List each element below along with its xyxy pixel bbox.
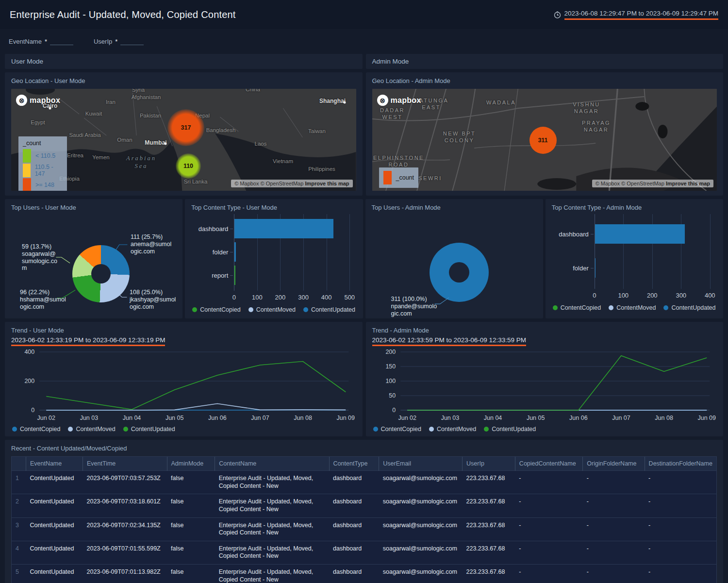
column-header-index[interactable] (12, 457, 26, 471)
bar-folder[interactable] (234, 242, 235, 262)
cell: 223.233.67.68 (463, 517, 515, 541)
count-bubble[interactable]: 317 (167, 109, 204, 146)
improve-this-map-link[interactable]: Improve this map (666, 181, 710, 186)
legend-dot (609, 305, 613, 310)
svg-text:200: 200 (385, 349, 396, 355)
trend-user-timerange[interactable]: 2023-06-02 12:33:19 PM to 2023-06-09 12:… (11, 336, 165, 346)
bar-dashboard[interactable] (234, 219, 333, 238)
donut-callout: 311 (100.0%) npande@sumolo gic.com (391, 296, 437, 317)
category-label: dashboard (199, 225, 228, 233)
legend-item-ContentMoved[interactable]: ContentMoved (609, 304, 656, 311)
improve-this-map-link[interactable]: Improve this map (305, 181, 349, 186)
map-attribution: © Mapbox © OpenStreetMap Improve this ma… (231, 180, 352, 187)
recent-table: EventNameEventTimeAdminModeContentNameCo… (12, 457, 716, 583)
count-bubble[interactable]: 110 (176, 153, 201, 179)
trend-admin-timerange[interactable]: 2023-06-02 12:33:59 PM to 2023-06-09 12:… (372, 336, 526, 346)
mapbox-wordmark: mapbox (391, 96, 421, 105)
legend-item-ContentUpdated[interactable]: ContentUpdated (663, 304, 715, 311)
legend-dot (68, 427, 73, 432)
legend-item-ContentUpdated[interactable]: ContentUpdated (303, 306, 355, 313)
column-header-ContentName[interactable]: ContentName (215, 457, 329, 471)
chart-legend: ContentCopiedContentMovedContentUpdated (373, 426, 718, 433)
svg-text:Jun 09: Jun 09 (336, 415, 355, 421)
table-row[interactable]: 3ContentUpdated2023-06-09T07:02:34.135Zf… (12, 517, 716, 541)
svg-text:Jun 09: Jun 09 (697, 415, 716, 421)
cell: - (515, 517, 582, 541)
cell: 2 (12, 494, 26, 517)
city-dot (165, 143, 167, 145)
svg-text:400: 400 (24, 349, 34, 355)
table-row[interactable]: 4ContentUpdated2023-06-09T07:01:55.599Zf… (12, 541, 716, 564)
donut-chart-top-users-admin: 311 (100.0%) npande@sumolo gic.com (372, 213, 537, 313)
column-header-EventTime[interactable]: EventTime (83, 457, 167, 471)
legend-name: ContentCopied (20, 426, 60, 433)
donut[interactable] (430, 243, 489, 302)
map-legend: _count< 110.5110.5 - 147>= 148 (18, 136, 67, 191)
column-header-UserEmail[interactable]: UserEmail (379, 457, 463, 471)
cell: - (645, 517, 716, 541)
svg-text:Jun 02: Jun 02 (398, 415, 416, 421)
svg-text:200: 200 (24, 378, 34, 384)
table-row[interactable]: 1ContentUpdated2023-06-09T07:03:57.253Zf… (12, 471, 716, 494)
donut[interactable] (72, 245, 130, 302)
section-header-user-mode: User Mode (5, 54, 363, 69)
legend-item-ContentUpdated[interactable]: ContentUpdated (123, 426, 175, 433)
legend-swatch (23, 149, 31, 163)
count-bubble[interactable]: 311 (529, 127, 557, 154)
column-header-OriginFolderName[interactable]: OriginFolderName (583, 457, 645, 471)
bar-dashboard[interactable] (595, 224, 685, 244)
legend-item-ContentMoved[interactable]: ContentMoved (248, 306, 296, 313)
bar-report[interactable] (234, 266, 235, 285)
column-header-EventName[interactable]: EventName (26, 457, 83, 471)
clock-icon (554, 11, 561, 18)
map-legend-item: _count (383, 171, 414, 184)
column-header-AdminMode[interactable]: AdminMode (167, 457, 215, 471)
map-user-mode[interactable]: ChinaSyriaIranAfghanistanCairoEgyptKuwai… (11, 89, 356, 191)
legend-name: ContentUpdated (671, 304, 715, 311)
x-axis-tick: 300 (676, 292, 686, 299)
svg-text:Jun 07: Jun 07 (251, 415, 269, 421)
filter-userip: UserIp * (94, 37, 144, 45)
legend-item-ContentUpdated[interactable]: ContentUpdated (484, 426, 536, 433)
bar-chart-top-content-user: 0100200300400500dashboardfolderreportCon… (191, 214, 356, 314)
mapbox-logo[interactable]: ⊗mapbox (377, 95, 421, 106)
cell: false (167, 541, 215, 564)
filter-eventname-input[interactable] (50, 37, 73, 45)
legend-item-ContentCopied[interactable]: ContentCopied (373, 426, 421, 433)
x-axis-tick: 100 (252, 294, 263, 301)
legend-item-ContentCopied[interactable]: ContentCopied (553, 304, 601, 311)
panel-title: Geo Location - Admin Mode (372, 77, 717, 84)
table-row[interactable]: 2ContentUpdated2023-06-09T07:03:18.601Zf… (12, 494, 716, 517)
cell: ContentUpdated (26, 471, 83, 494)
cell: - (645, 565, 716, 583)
column-header-UserIp[interactable]: UserIp (463, 457, 515, 471)
donut-callout: 96 (22.2%) hsharma@sumol ogic.com (20, 289, 66, 310)
x-axis-tick: 200 (647, 292, 658, 299)
map-legend-title: _count (23, 140, 63, 147)
time-range[interactable]: 2023-06-08 12:29:47 PM to 2023-06-09 12:… (554, 10, 718, 20)
panel-top-users-user: Top Users - User Mode 111 (25.7%) anema@… (5, 199, 182, 318)
column-header-DestinationFolderName[interactable]: DestinationFolderName (645, 457, 716, 471)
filter-userip-input[interactable] (120, 37, 144, 45)
panel-title: Top Users - Admin Mode (372, 204, 537, 211)
legend-name: ContentCopied (561, 304, 601, 311)
filter-eventname: EventName * (9, 37, 73, 45)
legend-item-ContentMoved[interactable]: ContentMoved (68, 426, 115, 433)
svg-text:0: 0 (31, 407, 34, 414)
cell: 2023-06-09T07:01:13.982Z (83, 565, 167, 583)
legend-label: >= 148 (35, 182, 54, 188)
column-header-CopiedContentName[interactable]: CopiedContentName (515, 457, 582, 471)
bar-folder[interactable] (595, 258, 596, 278)
legend-item-ContentCopied[interactable]: ContentCopied (192, 306, 240, 313)
recent-table-container: EventNameEventTimeAdminModeContentNameCo… (11, 456, 717, 583)
table-row[interactable]: 5ContentUpdated2023-06-09T07:01:13.982Zf… (12, 565, 716, 583)
legend-item-ContentCopied[interactable]: ContentCopied (12, 426, 60, 433)
mapbox-logo[interactable]: ⊗mapbox (16, 95, 60, 106)
column-header-ContentType[interactable]: ContentType (329, 457, 379, 471)
map-admin-mode[interactable]: MATUNGA EASTDADAR WESTWADALAVISHNU NAGAR… (372, 89, 717, 191)
svg-text:100: 100 (385, 378, 396, 384)
panel-geo-admin: Geo Location - Admin Mode MATUNGA EASTDA… (366, 72, 724, 196)
time-range-value[interactable]: 2023-06-08 12:29:47 PM to 2023-06-09 12:… (564, 10, 718, 20)
legend-item-ContentMoved[interactable]: ContentMoved (429, 426, 476, 433)
bar-chart-top-content-admin: 0100200300400dashboardfolderContentCopie… (552, 214, 717, 314)
